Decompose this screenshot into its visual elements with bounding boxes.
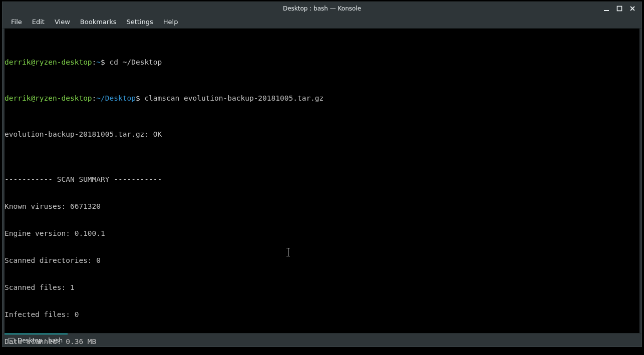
prompt-user: derrik@ryzen-desktop [5,58,92,66]
prompt-dollar: $ [136,94,140,102]
terminal-line: derrik@ryzen-desktop:~$ cd ~/Desktop [5,58,639,67]
minimize-button[interactable] [602,5,610,13]
prompt-path-home: ~ [96,58,101,66]
command-cd: cd ~/Desktop [110,58,162,66]
terminal-output-line: Engine version: 0.100.1 [5,229,639,238]
terminal-line: derrik@ryzen-desktop:~/Desktop$ clamscan… [5,94,639,103]
konsole-window: Desktop : bash — Konsole File Edit View … [2,2,642,347]
terminal-viewport[interactable]: derrik@ryzen-desktop:~$ cd ~/Desktop der… [5,29,639,333]
svg-rect-1 [617,7,622,11]
menubar: File Edit View Bookmarks Settings Help [3,15,641,29]
terminal-output-line: Scanned files: 1 [5,283,639,292]
menu-file[interactable]: File [7,17,27,27]
window-title: Desktop : bash — Konsole [3,5,641,12]
terminal-output-line: ----------- SCAN SUMMARY ----------- [5,175,639,184]
terminal-output-line: Data scanned: 0.36 MB [5,337,639,346]
prompt-user: derrik@ryzen-desktop [5,94,92,102]
menu-settings[interactable]: Settings [122,17,157,27]
terminal-output-line: Scanned directories: 0 [5,256,639,265]
terminal-output-line: Infected files: 0 [5,310,639,319]
terminal-content: derrik@ryzen-desktop:~$ cd ~/Desktop der… [5,31,639,355]
svg-rect-0 [604,10,609,11]
menu-edit[interactable]: Edit [28,17,49,27]
menu-view[interactable]: View [50,17,75,27]
command-clamscan: clamscan evolution-backup-20181005.tar.g… [144,94,324,102]
menu-bookmarks[interactable]: Bookmarks [76,17,121,27]
terminal-output-line: Known viruses: 6671320 [5,202,639,211]
terminal-output-line: evolution-backup-20181005.tar.gz: OK [5,130,639,139]
prompt-dollar: $ [101,58,105,66]
close-button[interactable] [628,5,636,13]
menu-help[interactable]: Help [159,17,183,27]
window-titlebar[interactable]: Desktop : bash — Konsole [3,2,641,15]
window-controls [602,2,639,15]
prompt-path-desktop: ~/Desktop [96,94,136,102]
maximize-button[interactable] [615,5,623,13]
